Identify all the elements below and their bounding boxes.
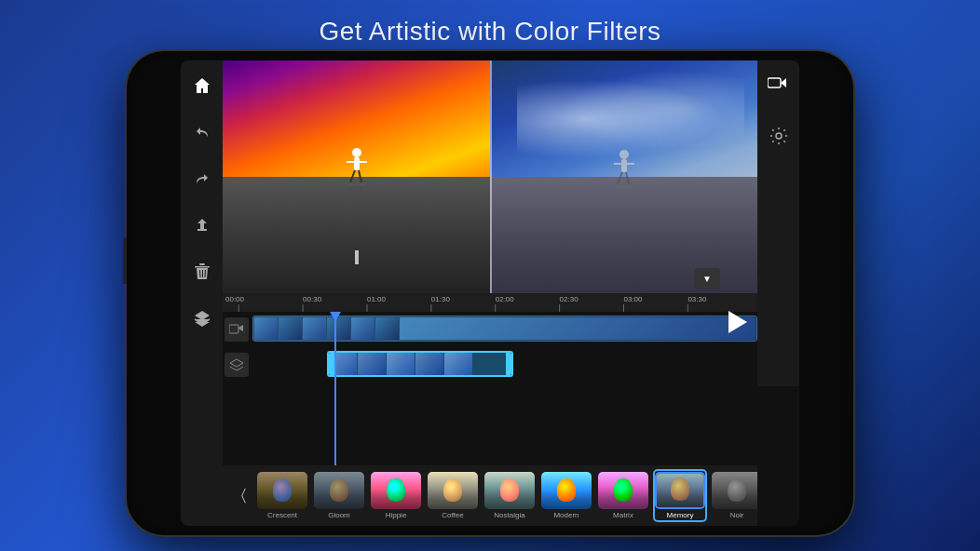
filter-label-coffee: Coffee (442, 511, 463, 519)
filter-label-memory: Memory (667, 511, 694, 519)
filter-item-crescent[interactable]: Crescent (255, 472, 309, 519)
upload-icon[interactable] (188, 211, 216, 239)
ruler-label-0: 00:00 (225, 295, 244, 303)
phone-body: ▼ 00:00 00:30 01:00 01:30 02:00 02:30 03… (127, 51, 853, 535)
svg-rect-0 (195, 266, 210, 268)
skater-figure-filtered (610, 145, 638, 195)
left-toolbar (181, 60, 223, 526)
filter-strip: 〈 Crescent Gloom (223, 465, 757, 526)
video-preview (223, 60, 757, 293)
export-icon[interactable] (765, 72, 793, 100)
filter-item-modern[interactable]: Modern (539, 472, 593, 519)
svg-rect-11 (621, 159, 627, 172)
right-toolbar (757, 60, 799, 386)
page-title: Get Artistic with Color Filters (0, 0, 980, 58)
phone-container: ▼ 00:00 00:30 01:00 01:30 02:00 02:30 03… (127, 51, 853, 535)
filter-item-nostalgia[interactable]: Nostalgia (483, 472, 537, 519)
filter-label-gloom: Gloom (328, 511, 350, 519)
filter-label-nostalgia: Nostalgia (494, 511, 524, 519)
svg-line-14 (626, 172, 629, 184)
filter-label-matrix: Matrix (613, 511, 633, 519)
ruler-label-2: 01:00 (367, 295, 386, 303)
skater-figure (343, 143, 371, 195)
settings-icon[interactable] (765, 122, 793, 150)
play-button-area[interactable] (720, 304, 755, 340)
layers-icon[interactable] (188, 304, 216, 332)
track-content-1[interactable] (252, 316, 757, 343)
track-row-2 (223, 347, 757, 383)
ruler-label-7: 03:30 (687, 295, 706, 303)
filter-item-coffee[interactable]: Coffee (426, 472, 480, 519)
svg-rect-1 (199, 263, 205, 265)
ruler-label-1: 00:30 (303, 295, 321, 303)
filter-item-hippie[interactable]: Hippie (369, 472, 423, 519)
track-row-1 (223, 312, 757, 347)
undo-icon[interactable] (188, 118, 216, 146)
home-icon[interactable] (188, 72, 216, 100)
back-button[interactable]: 〈 (226, 477, 252, 515)
phone-side-button (123, 237, 127, 284)
svg-rect-2 (768, 78, 781, 87)
filter-item-memory[interactable]: Memory (653, 469, 707, 522)
filter-label-noir: Noir (730, 511, 744, 519)
svg-point-10 (619, 150, 629, 159)
filter-item-noir[interactable]: Noir (710, 472, 757, 519)
svg-line-7 (350, 170, 355, 182)
timeline-ruler: 00:00 00:30 01:00 01:30 02:00 02:30 03:0… (223, 293, 757, 312)
video-right (490, 60, 757, 293)
redo-icon[interactable] (188, 165, 216, 193)
timeline-area (223, 312, 757, 465)
svg-point-4 (352, 148, 361, 157)
playhead[interactable] (334, 312, 336, 465)
filter-label-crescent: Crescent (267, 511, 297, 519)
track-icon-layers (225, 353, 249, 377)
svg-line-13 (618, 172, 622, 184)
svg-rect-9 (347, 183, 366, 186)
svg-rect-24 (229, 325, 238, 333)
filter-item-gloom[interactable]: Gloom (312, 472, 366, 519)
dropdown-btn[interactable]: ▼ (694, 268, 720, 289)
filter-item-matrix[interactable]: Matrix (596, 472, 650, 519)
filter-label-hippie: Hippie (386, 511, 407, 519)
svg-line-8 (359, 170, 361, 182)
ruler-label-4: 02:00 (496, 295, 514, 303)
svg-point-3 (776, 133, 782, 139)
video-divider (490, 60, 492, 293)
ruler-label-5: 02:30 (560, 295, 578, 303)
svg-rect-5 (354, 157, 360, 170)
track-content-2[interactable] (252, 351, 757, 379)
ruler-label-3: 01:30 (431, 295, 450, 303)
video-left (223, 60, 490, 293)
delete-icon[interactable] (188, 258, 216, 286)
phone-screen: ▼ 00:00 00:30 01:00 01:30 02:00 02:30 03… (181, 60, 799, 526)
track-icon-video (225, 317, 249, 342)
filter-label-modern: Modern (553, 511, 578, 519)
svg-rect-15 (615, 185, 633, 188)
ruler-label-6: 03:00 (624, 295, 643, 303)
